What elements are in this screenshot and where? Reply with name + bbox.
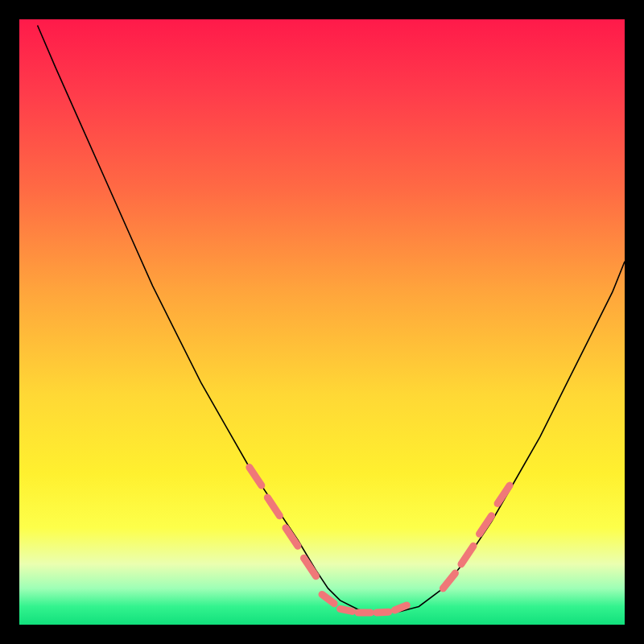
plot-frame: TheBottleneck.com <box>19 19 625 625</box>
highlight-dashes-segment <box>377 612 389 613</box>
highlight-dashes-segment <box>394 605 407 610</box>
bottleneck-chart <box>19 19 625 625</box>
highlight-dashes-segment <box>341 609 353 611</box>
chart-background <box>19 19 625 625</box>
